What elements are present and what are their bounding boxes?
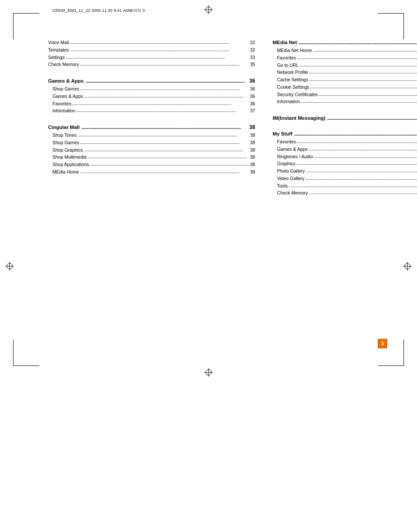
cingular-mall-section: Cingular Mall 38 Shop Tones 38 Shop Game… [48,124,255,176]
header-text: CE500_ENG_11_22 2005.11.30 9:41 AM페이지 3 [52,8,145,14]
list-item: Graphics 48 [273,160,417,167]
list-item: Check Memory 35 [48,61,255,68]
section-dots [294,131,417,136]
item-dots [297,138,417,145]
item-page: 32 [250,47,255,54]
list-item: Favorites 48 [273,139,417,146]
item-label: Check Memory [48,61,79,68]
item-dots [297,54,417,61]
item-label: Templates [48,47,69,54]
item-label: Information [52,108,76,115]
item-dots [309,76,417,83]
item-dots [309,146,417,153]
list-item: Favorites 40 [273,55,417,62]
item-dots [80,85,249,92]
my-stuff-section: My Stuff 48 Favorites 48 Games & Apps 48… [273,131,417,197]
list-item: Video Gallery 49 [273,175,417,182]
border-top-right [378,13,404,39]
list-item: Information 37 [48,108,255,115]
section-header: IM(Instant Messaging) 42 [273,115,417,121]
item-label: Check Memory [277,190,308,197]
section-dots [299,40,417,45]
section-page: 36 [249,78,255,84]
crosshair-right [403,262,412,271]
left-column: Voice Mail 32 Templates 32 Settings 33 C… [48,39,255,206]
list-item: Go to URL 40 [273,62,417,69]
list-item: Shop Multimedia 38 [48,154,255,161]
list-item: Shop Tones 38 [48,132,255,139]
item-dots [84,93,249,100]
crosshair-top [204,5,213,14]
item-label: Video Gallery [277,175,305,182]
item-dots [296,160,417,167]
list-item: Games & Apps 36 [48,93,255,100]
im-section: IM(Instant Messaging) 42 [273,115,417,121]
crosshair-left [5,262,14,271]
item-dots [77,132,249,139]
section-header: Cingular Mall 38 [48,124,255,130]
list-item: Cache Settings 41 [273,76,417,83]
list-item: Settings 33 [48,54,255,61]
section-dots [85,78,247,83]
item-dots [80,168,249,175]
section-header: Games & Apps 36 [48,78,255,84]
section-dots [81,125,247,130]
section-title: Games & Apps [48,78,83,83]
item-page: 33 [250,54,255,61]
item-dots [83,146,249,153]
list-item: Shop Applications 38 [48,161,255,168]
list-item: Favorites 36 [48,101,255,108]
top-items-section: Voice Mail 32 Templates 32 Settings 33 C… [48,39,255,68]
item-dots [299,62,417,69]
item-label: Favorites [52,101,71,108]
section-header: My Stuff 48 [273,131,417,137]
item-label: MEdia Net Home [277,47,312,54]
item-dots [70,39,249,46]
item-label: Shop Graphics [52,147,83,154]
item-label: Favorites [277,139,296,146]
item-label: Settings [48,54,65,61]
item-page: 38 [250,154,255,161]
list-item: Shop Games 36 [48,86,255,93]
item-label: Shop Applications [52,161,89,168]
item-dots [306,175,417,182]
item-page: 32 [250,39,255,46]
page-number-badge: 3 [378,339,387,348]
item-label: Information [277,98,300,105]
item-dots [310,83,417,90]
section-title: Cingular Mall [48,125,80,130]
list-item: Photo Gallery 48 [273,168,417,175]
item-dots [87,153,249,160]
item-page: 38 [250,132,255,139]
item-dots [309,189,417,196]
list-item: Check Memory 57 [273,190,417,197]
item-page: 38 [250,161,255,168]
list-item: Shop Games 38 [48,139,255,146]
item-page: 38 [250,147,255,154]
item-dots [288,182,417,189]
list-item: Security Certificates 41 [273,91,417,98]
item-dots [314,153,417,160]
item-page: 37 [250,108,255,115]
item-label: Shop Games [52,86,79,93]
list-item: Network Profile 40 [273,69,417,76]
item-label: Games & Apps [277,146,308,153]
item-dots [66,54,249,61]
item-dots [80,61,249,68]
section-header: MEdia Net 39 [273,39,417,45]
item-dots [80,139,249,146]
item-dots [76,107,249,114]
right-column: MEdia Net 39 MEdia Net Home 40 Favorites… [273,39,417,206]
section-title: IM(Instant Messaging) [273,115,326,121]
section-page: 38 [249,124,255,130]
item-label: Photo Gallery [277,168,305,175]
item-page: 36 [250,93,255,100]
item-label: Security Certificates [277,91,318,98]
section-title: My Stuff [273,131,292,136]
content-area: Voice Mail 32 Templates 32 Settings 33 C… [48,39,369,206]
item-dots [319,91,417,98]
item-label: Cache Settings [277,76,308,83]
item-page: 36 [250,101,255,108]
item-label: Games & Apps [52,93,83,100]
item-label: Shop Multimedia [52,154,87,161]
